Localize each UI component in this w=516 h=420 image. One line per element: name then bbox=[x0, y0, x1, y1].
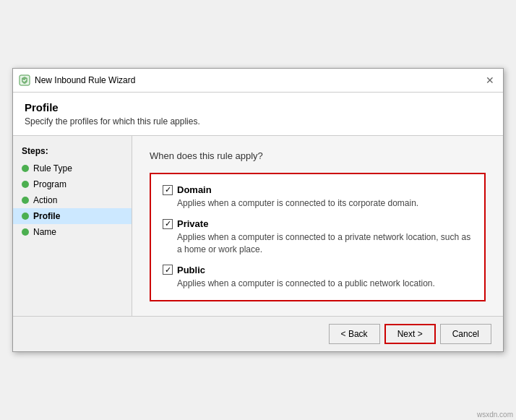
sidebar: Steps: Rule Type Program Action Profile … bbox=[13, 136, 132, 315]
private-checkbox[interactable]: ✓ bbox=[163, 219, 173, 229]
private-option-row: ✓ Private Applies when a computer is con… bbox=[163, 218, 473, 256]
private-header: ✓ Private bbox=[163, 218, 473, 229]
private-description: Applies when a computer is connected to … bbox=[163, 231, 473, 256]
wizard-icon bbox=[19, 74, 30, 86]
window-title: New Inbound Rule Wizard bbox=[35, 75, 135, 85]
dot-action bbox=[22, 197, 29, 204]
options-box: ✓ Domain Applies when a computer is conn… bbox=[150, 173, 486, 301]
main-section: Steps: Rule Type Program Action Profile … bbox=[13, 136, 503, 315]
public-label: Public bbox=[177, 265, 205, 275]
watermark: wsxdn.com bbox=[477, 411, 513, 419]
sidebar-item-action[interactable]: Action bbox=[13, 192, 132, 208]
public-description: Applies when a computer is connected to … bbox=[163, 278, 473, 290]
domain-check-icon: ✓ bbox=[165, 186, 171, 194]
header-section: Profile Specify the profiles for which t… bbox=[13, 93, 503, 136]
footer: < Back Next > Cancel bbox=[13, 316, 503, 351]
dot-program bbox=[22, 181, 29, 188]
title-bar-left: New Inbound Rule Wizard bbox=[19, 74, 135, 86]
dot-name bbox=[22, 228, 29, 236]
sidebar-label-name: Name bbox=[33, 227, 56, 237]
back-button[interactable]: < Back bbox=[329, 324, 380, 344]
sidebar-label-rule-type: Rule Type bbox=[33, 163, 72, 173]
wizard-window: New Inbound Rule Wizard ✕ Profile Specif… bbox=[12, 68, 504, 351]
close-button[interactable]: ✕ bbox=[483, 73, 497, 87]
private-check-icon: ✓ bbox=[165, 220, 171, 228]
domain-label: Domain bbox=[177, 184, 212, 195]
next-button[interactable]: Next > bbox=[384, 324, 436, 344]
public-header: ✓ Public bbox=[163, 265, 473, 275]
public-check-icon: ✓ bbox=[165, 266, 171, 274]
right-panel: When does this rule apply? ✓ Domain Appl… bbox=[132, 136, 503, 315]
domain-checkbox[interactable]: ✓ bbox=[163, 185, 173, 195]
sidebar-label-profile: Profile bbox=[33, 211, 60, 221]
cancel-button[interactable]: Cancel bbox=[440, 324, 491, 344]
title-bar: New Inbound Rule Wizard ✕ bbox=[13, 69, 503, 93]
sidebar-item-rule-type[interactable]: Rule Type bbox=[13, 160, 132, 176]
sidebar-item-name[interactable]: Name bbox=[13, 224, 132, 240]
sidebar-label-program: Program bbox=[33, 179, 66, 189]
page-title: Profile bbox=[25, 101, 491, 113]
sidebar-item-program[interactable]: Program bbox=[13, 176, 132, 192]
page-subtitle: Specify the profiles for which this rule… bbox=[25, 116, 491, 127]
domain-option-row: ✓ Domain Applies when a computer is conn… bbox=[163, 184, 473, 210]
sidebar-item-profile[interactable]: Profile bbox=[13, 208, 132, 224]
steps-label: Steps: bbox=[13, 143, 132, 160]
question-label: When does this rule apply? bbox=[150, 150, 486, 161]
domain-header: ✓ Domain bbox=[163, 184, 473, 195]
domain-description: Applies when a computer is connected to … bbox=[163, 197, 473, 210]
sidebar-label-action: Action bbox=[33, 195, 57, 205]
private-label: Private bbox=[177, 218, 208, 229]
dot-profile bbox=[22, 213, 29, 220]
dot-rule-type bbox=[22, 165, 29, 172]
public-checkbox[interactable]: ✓ bbox=[163, 265, 173, 275]
public-option-row: ✓ Public Applies when a computer is conn… bbox=[163, 265, 473, 290]
